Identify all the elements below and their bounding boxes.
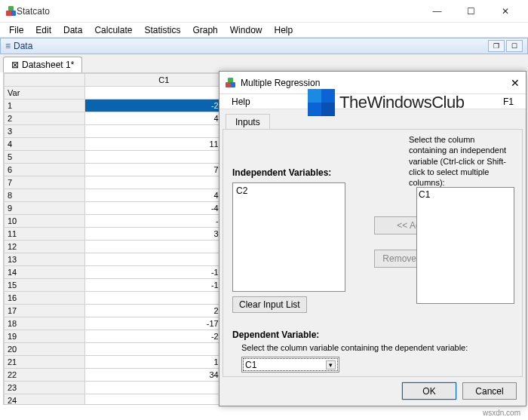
row-header[interactable]: 4 — [5, 138, 85, 151]
row-header[interactable]: 12 — [5, 241, 85, 253]
row-header[interactable]: 21 — [5, 356, 85, 369]
dialog-title: Multiple Regression — [241, 78, 490, 88]
dialog-panel: Independent Variables: C2 Clear Input Li… — [223, 129, 523, 377]
iv-item[interactable]: C2 — [235, 185, 343, 197]
iv-listbox[interactable]: C2 — [232, 182, 345, 292]
row-header[interactable]: 8 — [5, 189, 85, 202]
dialog-menubar: Help F1 — [219, 94, 526, 109]
row-header[interactable]: 22 — [5, 369, 85, 382]
dependent-variable-section: Dependent Variable: Select the column va… — [232, 330, 513, 372]
row-header[interactable]: 2 — [5, 112, 85, 125]
menu-graph[interactable]: Graph — [186, 23, 223, 37]
dv-label: Dependent Variable: — [232, 330, 513, 340]
row-header[interactable]: 10 — [5, 215, 85, 228]
menu-calculate[interactable]: Calculate — [88, 23, 138, 37]
column-item[interactable]: C1 — [419, 189, 512, 200]
dv-value: C1 — [245, 360, 326, 370]
tab-strip: ⊠ Datasheet 1* — [0, 54, 528, 72]
panel-maximize-button[interactable]: ☐ — [506, 40, 523, 52]
row-header[interactable]: 9 — [5, 202, 85, 215]
footer-url: wsxdn.com — [483, 409, 520, 417]
tab-datasheet-1[interactable]: ⊠ Datasheet 1* — [3, 57, 82, 72]
dialog-menu-help[interactable]: Help — [226, 95, 256, 109]
minimize-button[interactable]: — — [420, 0, 454, 23]
row-header[interactable]: 1 — [5, 100, 85, 112]
row-header[interactable]: 6 — [5, 164, 85, 176]
tab-label: Datasheet 1* — [22, 60, 74, 70]
row-header[interactable]: 16 — [5, 292, 85, 305]
app-title: Statcato — [17, 6, 420, 17]
menu-window[interactable]: Window — [224, 23, 269, 37]
dv-dropdown[interactable]: C1 ▾ — [241, 357, 339, 372]
tab-close-icon[interactable]: ⊠ — [11, 60, 19, 70]
select-column-instruction: Select the column containing an independ… — [409, 134, 514, 188]
data-panel-title: Data — [14, 41, 487, 51]
menubar: File Edit Data Calculate Statistics Grap… — [0, 23, 528, 38]
app-icon — [6, 6, 17, 17]
dialog-buttons: OK Cancel — [402, 382, 517, 400]
row-header[interactable]: 5 — [5, 151, 85, 164]
row-header[interactable]: 7 — [5, 176, 85, 189]
close-button[interactable]: ✕ — [488, 0, 522, 23]
row-header[interactable]: 24 — [5, 394, 85, 406]
multiple-regression-dialog: Multiple Regression ✕ Help F1 Inputs Ind… — [219, 71, 526, 406]
dialog-icon — [226, 78, 236, 88]
data-panel-header: ≡ Data ❐ ☐ — [0, 38, 528, 54]
row-header[interactable]: 23 — [5, 382, 85, 394]
ok-button[interactable]: OK — [402, 382, 456, 400]
corner-cell[interactable] — [5, 74, 85, 87]
menu-data[interactable]: Data — [57, 23, 88, 37]
row-header[interactable]: 13 — [5, 253, 85, 266]
row-header[interactable]: 19 — [5, 330, 85, 343]
menu-help[interactable]: Help — [268, 23, 299, 37]
dialog-menu-f1: F1 — [497, 95, 520, 109]
titlebar: Statcato — ☐ ✕ — [0, 0, 528, 23]
maximize-button[interactable]: ☐ — [454, 0, 488, 23]
row-header[interactable]: 3 — [5, 125, 85, 138]
clear-input-list-button[interactable]: Clear Input List — [232, 296, 307, 313]
menu-edit[interactable]: Edit — [29, 23, 57, 37]
cancel-button[interactable]: Cancel — [462, 382, 517, 400]
row-header[interactable]: 18 — [5, 317, 85, 330]
row-header[interactable]: 15 — [5, 279, 85, 292]
column-listbox[interactable]: C1 — [416, 187, 514, 304]
chevron-down-icon[interactable]: ▾ — [326, 360, 336, 369]
menu-statistics[interactable]: Statistics — [138, 23, 186, 37]
window-controls: — ☐ ✕ — [420, 0, 522, 23]
dialog-titlebar[interactable]: Multiple Regression ✕ — [219, 72, 526, 94]
menu-file[interactable]: File — [3, 23, 29, 37]
row-header[interactable]: 11 — [5, 228, 85, 241]
data-icon: ≡ — [5, 41, 11, 51]
dialog-body: Inputs Independent Variables: C2 Clear I… — [219, 109, 526, 406]
dialog-tab-inputs[interactable]: Inputs — [226, 114, 270, 130]
panel-restore-button[interactable]: ❐ — [488, 40, 505, 52]
row-header[interactable]: 17 — [5, 305, 85, 317]
row-header[interactable]: 14 — [5, 266, 85, 279]
dialog-close-button[interactable]: ✕ — [490, 77, 520, 89]
var-row-header[interactable]: Var — [5, 87, 85, 100]
dv-instruction: Select the column variable containing th… — [241, 343, 513, 352]
row-header[interactable]: 20 — [5, 343, 85, 356]
